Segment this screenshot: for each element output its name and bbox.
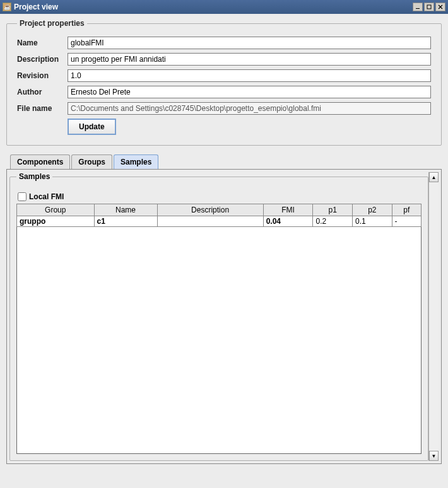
col-p1[interactable]: p1 <box>313 204 353 216</box>
description-input[interactable] <box>68 53 431 66</box>
revision-label: Revision <box>17 71 68 80</box>
scroll-down-icon[interactable]: ▼ <box>429 451 439 461</box>
project-properties-group: Project properties Name Description Revi… <box>6 19 442 146</box>
update-button[interactable]: Update <box>68 119 116 135</box>
scroll-up-icon[interactable]: ▲ <box>429 172 439 182</box>
cell-pf[interactable]: - <box>392 216 421 227</box>
samples-group: Samples Local FMI Group Name Description… <box>9 172 428 461</box>
svg-rect-1 <box>427 5 431 9</box>
client-area: Project properties Name Description Revi… <box>0 14 448 488</box>
tab-groups[interactable]: Groups <box>71 154 112 169</box>
col-fmi[interactable]: FMI <box>263 204 313 216</box>
description-label: Description <box>17 55 68 64</box>
local-fmi-checkbox[interactable] <box>18 192 27 201</box>
window-title: Project view <box>14 3 58 11</box>
tab-row: Components Groups Samples <box>10 154 442 169</box>
vertical-scrollbar[interactable]: ▲ ▼ <box>428 172 439 461</box>
col-group[interactable]: Group <box>17 204 95 216</box>
title-bar: ☕ Project view <box>0 0 448 14</box>
samples-table: Group Name Description FMI p1 p2 pf grup… <box>16 204 421 227</box>
name-input[interactable] <box>68 37 431 49</box>
cell-description[interactable] <box>157 216 263 227</box>
cell-p1[interactable]: 0.2 <box>313 216 353 227</box>
author-label: Author <box>17 88 68 96</box>
cell-fmi[interactable]: 0.04 <box>263 216 313 227</box>
table-header-row: Group Name Description FMI p1 p2 pf <box>17 204 421 216</box>
samples-panel: Samples Local FMI Group Name Description… <box>6 169 442 464</box>
java-icon: ☕ <box>3 3 11 11</box>
cell-group[interactable]: gruppo <box>17 216 95 227</box>
tab-components[interactable]: Components <box>10 154 70 169</box>
properties-legend: Project properties <box>17 19 87 28</box>
tab-samples[interactable]: Samples <box>114 154 158 169</box>
minimize-button[interactable] <box>413 3 423 11</box>
local-fmi-label: Local FMI <box>29 192 64 201</box>
author-input[interactable] <box>68 86 431 98</box>
table-row[interactable]: gruppo c1 0.04 0.2 0.1 - <box>17 216 421 227</box>
scroll-track[interactable] <box>429 182 439 451</box>
filename-label: File name <box>17 104 68 113</box>
col-p2[interactable]: p2 <box>353 204 392 216</box>
name-label: Name <box>17 38 68 47</box>
samples-legend: Samples <box>16 172 52 181</box>
maximize-button[interactable] <box>424 3 434 11</box>
col-description[interactable]: Description <box>157 204 263 216</box>
col-pf[interactable]: pf <box>392 204 421 216</box>
revision-input[interactable] <box>68 69 431 82</box>
col-name[interactable]: Name <box>94 204 157 216</box>
filename-input <box>68 102 431 115</box>
svg-rect-0 <box>416 8 420 9</box>
cell-p2[interactable]: 0.1 <box>353 216 392 227</box>
close-button[interactable] <box>435 3 445 11</box>
cell-name[interactable]: c1 <box>94 216 157 227</box>
table-empty-area <box>16 227 421 454</box>
